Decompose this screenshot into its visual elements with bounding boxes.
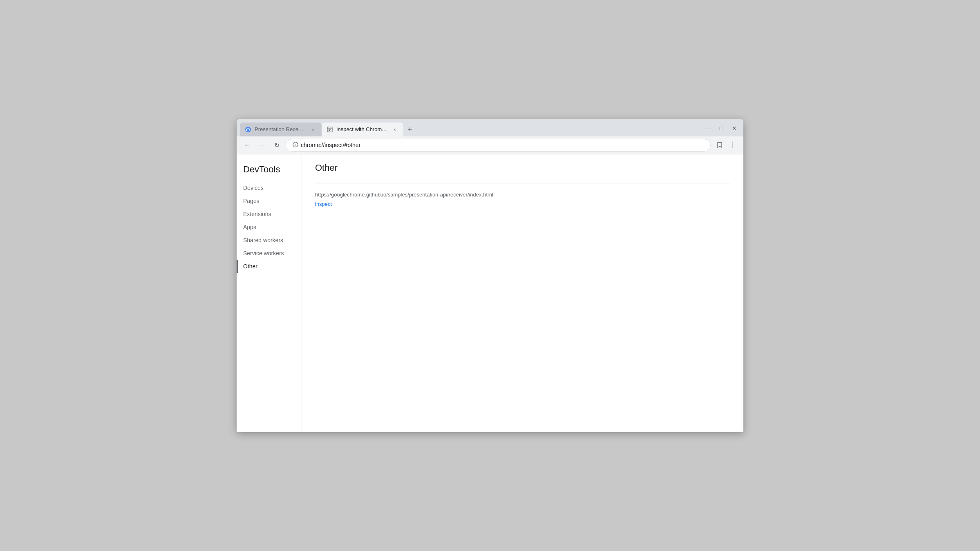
tab-favicon-presentation (245, 126, 251, 133)
maximize-button[interactable]: □ (716, 123, 727, 134)
url-bar[interactable]: i chrome://inspect/#other (286, 139, 711, 152)
security-icon: i (293, 142, 298, 149)
forward-button[interactable]: → (256, 139, 268, 151)
tab-presentation-close[interactable]: × (309, 126, 317, 133)
svg-point-10 (732, 147, 733, 147)
content-area: Other https://googlechrome.github.io/sam… (302, 154, 743, 432)
sidebar-item-pages[interactable]: Pages (237, 194, 302, 207)
svg-text:i: i (295, 143, 296, 147)
sidebar-item-apps[interactable]: Apps (237, 221, 302, 234)
tab-presentation-label: Presentation Receiver AF (255, 126, 306, 132)
sidebar-title: DevTools (237, 161, 302, 181)
inspect-link[interactable]: inspect (315, 201, 332, 207)
minimize-button[interactable]: — (703, 123, 714, 134)
tab-inspect-label: Inspect with Chrome Dev (336, 126, 388, 132)
reload-button[interactable]: ↻ (271, 139, 282, 151)
content-title: Other (315, 163, 730, 173)
tab-presentation[interactable]: Presentation Receiver AF × (240, 123, 322, 136)
back-button[interactable]: ← (242, 139, 253, 151)
bookmark-button[interactable] (714, 139, 725, 151)
entry-url: https://googlechrome.github.io/samples/p… (315, 192, 730, 198)
browser-window: Presentation Receiver AF × Inspect with … (237, 119, 743, 432)
sidebar-item-apps-label: Apps (243, 224, 256, 230)
sidebar-item-shared-workers[interactable]: Shared workers (237, 234, 302, 247)
new-tab-button[interactable]: + (405, 125, 415, 135)
tab-inspect[interactable]: Inspect with Chrome Dev × (322, 123, 403, 136)
main-content: DevTools Devices Pages Extensions Apps S… (237, 154, 743, 432)
address-right-controls (714, 139, 738, 151)
svg-point-1 (246, 130, 247, 131)
sidebar: DevTools Devices Pages Extensions Apps S… (237, 154, 302, 432)
sidebar-item-shared-workers-label: Shared workers (243, 237, 283, 243)
url-text: chrome://inspect/#other (301, 142, 360, 148)
svg-point-8 (732, 143, 733, 143)
content-divider (315, 183, 730, 183)
sidebar-item-pages-label: Pages (243, 198, 260, 204)
window-controls: — □ ✕ (703, 123, 740, 134)
tab-favicon-inspect (327, 126, 333, 133)
svg-point-0 (245, 127, 251, 132)
tab-bar: Presentation Receiver AF × Inspect with … (237, 119, 743, 136)
address-bar: ← → ↻ i chrome://inspect/#other (237, 136, 743, 154)
sidebar-item-service-workers-label: Service workers (243, 250, 284, 257)
close-button[interactable]: ✕ (729, 123, 740, 134)
sidebar-item-other-label: Other (243, 263, 257, 270)
sidebar-item-devices[interactable]: Devices (237, 181, 302, 194)
sidebar-item-service-workers[interactable]: Service workers (237, 247, 302, 260)
sidebar-item-extensions[interactable]: Extensions (237, 207, 302, 221)
sidebar-item-other[interactable]: Other (237, 260, 302, 273)
tab-inspect-close[interactable]: × (391, 126, 398, 133)
more-button[interactable] (727, 139, 738, 151)
sidebar-item-devices-label: Devices (243, 185, 264, 191)
svg-point-9 (732, 145, 733, 145)
sidebar-item-extensions-label: Extensions (243, 211, 271, 217)
